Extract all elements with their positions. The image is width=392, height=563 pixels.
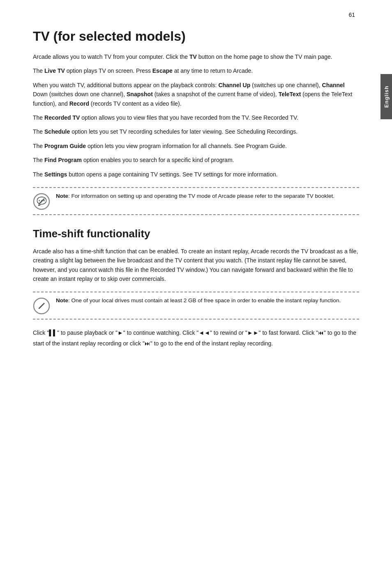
note-label-2: Note	[56, 297, 68, 304]
bold-snapshot: Snapshot	[127, 91, 153, 97]
bold-channel: Channel	[322, 82, 345, 88]
bold-recordedtv: Recorded TV	[44, 114, 80, 121]
bold-tv: TV	[189, 53, 197, 60]
bold-programguide: Program Guide	[44, 143, 86, 149]
page-container: 61 English TV (for selected models) Arca…	[0, 0, 392, 563]
note-icon-1: 💬	[33, 193, 50, 210]
note-content-1: : For information on setting up and oper…	[68, 193, 334, 199]
note-box-1: 💬 Note: For information on setting up an…	[33, 187, 359, 215]
section1-para1: Arcade allows you to watch TV from your …	[33, 52, 359, 61]
section1-para3: When you watch TV, additional buttons ap…	[33, 81, 359, 108]
section1-para5: The Schedule option lets you set TV reco…	[33, 127, 359, 136]
sidebar-tab: English	[380, 74, 392, 119]
section1-title: TV (for selected models)	[33, 29, 359, 44]
section1-para2: The Live TV option plays TV on screen. P…	[33, 66, 359, 75]
bold-settings: Settings	[44, 171, 67, 178]
note-content-2: : One of your local drives must contain …	[68, 297, 341, 304]
sidebar-label: English	[383, 86, 390, 108]
section1-para6: The Program Guide option lets you view p…	[33, 141, 359, 151]
bold-findprogram: Find Program	[44, 157, 82, 163]
bold-channelup: Channel Up	[218, 82, 250, 88]
note-svg-2	[33, 297, 50, 315]
bold-livetv: Live TV	[44, 67, 65, 74]
bold-record: Record	[69, 100, 89, 107]
note-icon-2	[33, 297, 50, 315]
note-label-1: Note	[56, 193, 68, 199]
page-number: 61	[348, 12, 355, 18]
section1-para7: The Find Program option enables you to s…	[33, 155, 359, 164]
note-text-1: Note: For information on setting up and …	[56, 192, 359, 201]
bottom-playback-text: Click "▌▌" to pause playback or "►" to c…	[33, 328, 359, 348]
note-text-2: Note: One of your local drives must cont…	[56, 297, 359, 305]
bold-escape: Escape	[152, 67, 173, 74]
note-svg-1: 💬	[33, 193, 50, 210]
section1-para4: The Recorded TV option allows you to vie…	[33, 113, 359, 122]
bold-schedule: Schedule	[44, 128, 70, 135]
section1-para8: The Settings button opens a page contain…	[33, 170, 359, 179]
main-content: TV (for selected models) Arcade allows y…	[33, 16, 359, 349]
bold-teletext: TeleText	[279, 91, 301, 97]
section2-para1: Arcade also has a time-shift function th…	[33, 247, 359, 284]
note-box-2: Note: One of your local drives must cont…	[33, 292, 359, 320]
section2-title: Time-shift functionality	[33, 227, 359, 240]
